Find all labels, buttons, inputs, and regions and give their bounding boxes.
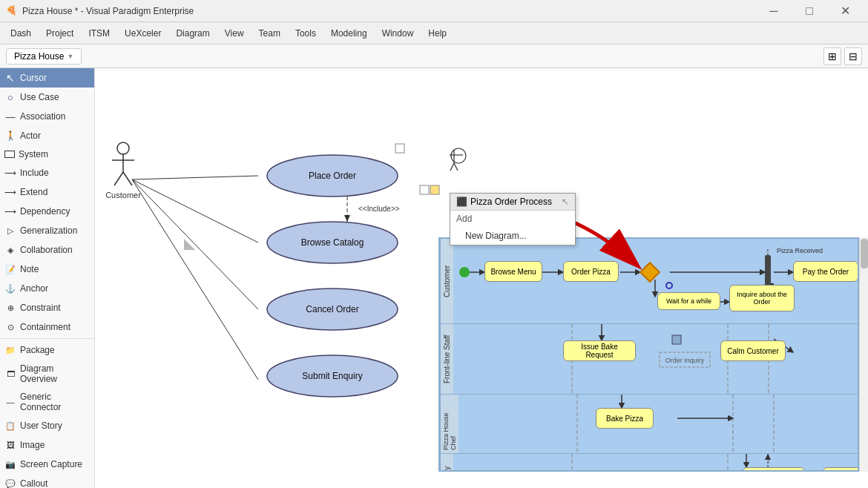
svg-text:Customer: Customer <box>105 191 141 200</box>
package-icon: 📁 <box>4 344 16 356</box>
dependency-icon: ⟶ <box>4 205 16 217</box>
window-title: Pizza House * - Visual Paradigm Enterpri… <box>22 6 757 16</box>
context-menu[interactable]: ⬛ Pizza Order Process ↖ Add New Diagram.… <box>450 193 576 245</box>
sidebar-item-extend-label: Extend <box>20 187 47 197</box>
right-scrollbar[interactable] <box>859 237 868 472</box>
sidebar-item-collaboration[interactable]: ◈ Collaboration <box>0 240 94 260</box>
swim-lane-delivery: Delivery Boy <box>440 454 858 472</box>
sidebar-item-diagram-overview[interactable]: 🗖 Diagram Overview <box>0 360 94 388</box>
actor-group: Customer <box>105 142 141 200</box>
svg-line-29 <box>454 163 458 171</box>
usecase-icon: ○ <box>4 91 16 103</box>
sidebar-item-constraint-label: Constraint <box>20 303 61 313</box>
svg-text:Cancel Order: Cancel Order <box>306 304 358 314</box>
swim-lane-chef: Pizza House Chef Bake Pizza <box>440 395 858 454</box>
context-menu-cursor-icon: ↖ <box>562 197 569 207</box>
activity-diagram: Customer <box>438 237 859 472</box>
breadcrumb[interactable]: Pizza House ▼ <box>6 48 82 65</box>
context-menu-new-diagram[interactable]: New Diagram... <box>450 227 575 245</box>
svg-text:<<Include>>: <<Include>> <box>358 205 400 213</box>
anchor-icon: ⚓ <box>4 283 16 294</box>
user-story-icon: 📋 <box>4 420 16 432</box>
sidebar-item-constraint[interactable]: ⊕ Constraint <box>0 298 94 317</box>
sidebar-item-generalization[interactable]: ▷ Generalization <box>0 221 94 240</box>
context-menu-icon: ⬛ <box>456 197 467 207</box>
menu-dash[interactable]: Dash <box>3 25 39 42</box>
sidebar-item-usecase[interactable]: ○ Use Case <box>0 88 94 107</box>
sidebar-item-callout[interactable]: 💬 Callout <box>0 474 94 488</box>
swim-lane-customer: Customer <box>440 239 858 324</box>
sidebar-item-cursor[interactable]: Cursor <box>0 68 94 88</box>
svg-line-4 <box>123 172 132 185</box>
svg-line-3 <box>114 172 123 185</box>
sidebar-item-user-story-label: User Story <box>20 421 62 431</box>
sidebar-item-dependency[interactable]: ⟶ Dependency <box>0 202 94 221</box>
sidebar-item-containment[interactable]: ⊙ Containment <box>0 317 94 337</box>
menu-itsm[interactable]: ITSM <box>81 25 117 42</box>
diagram-overview-icon: 🗖 <box>4 368 16 380</box>
sidebar-item-actor-label: Actor <box>20 131 41 141</box>
maximize-button[interactable]: □ <box>792 0 826 22</box>
sidebar-item-collaboration-label: Collaboration <box>20 245 73 255</box>
close-button[interactable]: ✕ <box>828 0 862 22</box>
sidebar-item-extend[interactable]: ⟶ Extend <box>0 182 94 202</box>
sidebar-item-image-label: Image <box>20 440 45 450</box>
svg-point-25 <box>451 148 466 163</box>
swim-lane-customer-content: Pizza Received Browse Menu Order Pizza P… <box>453 239 858 323</box>
swim-lane-frontline-label: Front-line Staff <box>440 324 453 394</box>
svg-rect-23 <box>430 185 439 194</box>
wait-node: Wait for a while <box>657 292 720 310</box>
sidebar-item-usecase-label: Use Case <box>20 92 59 102</box>
order-pizza-node: Order Pizza <box>563 261 619 282</box>
include-icon: ⟶ <box>4 167 16 179</box>
menu-diagram[interactable]: Diagram <box>168 25 217 42</box>
sidebar-item-screen-capture-label: Screen Capture <box>20 459 82 469</box>
menu-bar: Dash Project ITSM UeXceler Diagram View … <box>0 22 868 44</box>
generalization-icon: ▷ <box>4 225 16 237</box>
svg-marker-19 <box>344 215 350 222</box>
receive-payment-node: Receive Payment <box>823 467 859 472</box>
menu-modeling[interactable]: Modeling <box>323 25 375 42</box>
sidebar-item-system[interactable]: System <box>0 145 94 163</box>
menu-project[interactable]: Project <box>39 25 81 42</box>
sidebar-item-include[interactable]: ⟶ Include <box>0 163 94 182</box>
sidebar-item-note[interactable]: 📝 Note <box>0 260 94 279</box>
timer-icon <box>665 282 673 289</box>
screen-capture-icon: 📷 <box>4 458 16 470</box>
scrollbar-thumb[interactable] <box>861 239 868 268</box>
svg-text:Browse Catalog: Browse Catalog <box>301 237 364 248</box>
sidebar-item-screen-capture[interactable]: 📷 Screen Capture <box>0 455 94 474</box>
svg-line-6 <box>132 176 258 179</box>
sidebar-item-cursor-label: Cursor <box>20 73 47 83</box>
sidebar-item-containment-label: Containment <box>20 322 70 332</box>
svg-rect-22 <box>395 144 404 153</box>
menu-team[interactable]: Team <box>251 25 288 42</box>
window-controls[interactable]: ─ □ ✕ <box>757 0 862 22</box>
swim-lane-delivery-label: Delivery Boy <box>440 454 453 472</box>
svg-text:Order Inquiry: Order Inquiry <box>665 357 705 364</box>
menu-uexceler[interactable]: UeXceler <box>117 25 168 42</box>
sidebar-item-image[interactable]: 🖼 Image <box>0 435 94 455</box>
menu-window[interactable]: Window <box>375 25 421 42</box>
sidebar-item-package[interactable]: 📁 Package <box>0 340 94 360</box>
svg-rect-24 <box>420 185 429 194</box>
sidebar-item-actor[interactable]: 🚶 Actor <box>0 126 94 145</box>
menu-tools[interactable]: Tools <box>288 25 323 42</box>
swim-lane-chef-content: Bake Pizza <box>458 395 858 454</box>
sidebar-item-user-story[interactable]: 📋 User Story <box>0 416 94 435</box>
minimize-button[interactable]: ─ <box>757 0 791 22</box>
sidebar-item-association[interactable]: — Association <box>0 107 94 126</box>
sidebar-item-generic-connector[interactable]: — Generic Connector <box>0 388 94 416</box>
layout-icon-2[interactable]: ⊟ <box>844 47 862 65</box>
containment-icon: ⊙ <box>4 321 16 333</box>
sidebar-item-anchor[interactable]: ⚓ Anchor <box>0 279 94 298</box>
generic-connector-icon: — <box>4 396 16 408</box>
menu-view[interactable]: View <box>217 25 251 42</box>
sidebar-item-diagram-overview-label: Diagram Overview <box>20 363 90 384</box>
menu-help[interactable]: Help <box>421 25 454 42</box>
sidebar-item-dependency-label: Dependency <box>20 206 70 217</box>
constraint-icon: ⊕ <box>4 302 16 314</box>
layout-icon-1[interactable]: ⊞ <box>823 47 841 65</box>
actor-icon: 🚶 <box>4 130 16 142</box>
pay-order-node: Pay the Order <box>793 261 858 282</box>
